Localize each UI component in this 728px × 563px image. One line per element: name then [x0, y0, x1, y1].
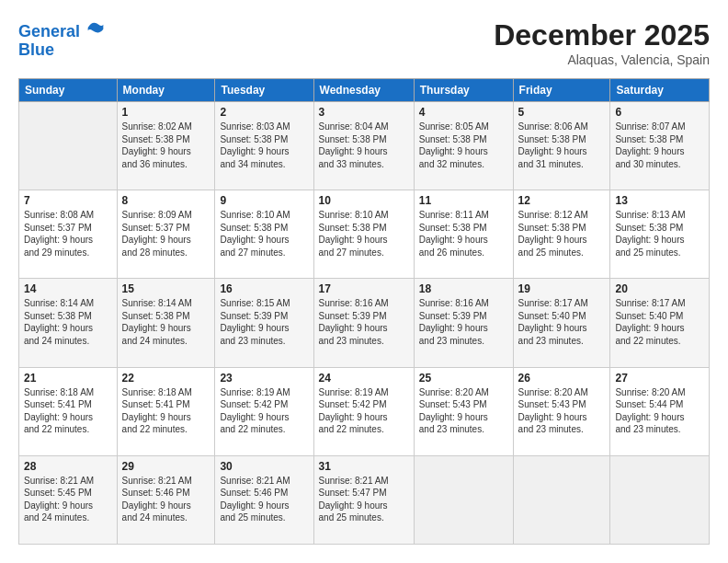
day-cell: 4Sunrise: 8:05 AM Sunset: 5:38 PM Daylig…	[414, 102, 513, 190]
day-number: 7	[24, 194, 112, 207]
day-info: Sunrise: 8:11 AM Sunset: 5:38 PM Dayligh…	[419, 209, 508, 259]
day-info: Sunrise: 8:10 AM Sunset: 5:38 PM Dayligh…	[220, 209, 308, 259]
day-cell: 1Sunrise: 8:02 AM Sunset: 5:38 PM Daylig…	[117, 102, 215, 190]
day-info: Sunrise: 8:05 AM Sunset: 5:38 PM Dayligh…	[419, 121, 508, 170]
day-number: 15	[122, 282, 210, 295]
day-cell	[19, 102, 118, 190]
day-cell: 8Sunrise: 8:09 AM Sunset: 5:37 PM Daylig…	[117, 190, 215, 279]
weekday-header-monday: Monday	[117, 79, 215, 102]
day-cell: 12Sunrise: 8:12 AM Sunset: 5:38 PM Dayli…	[513, 190, 610, 279]
day-info: Sunrise: 8:12 AM Sunset: 5:38 PM Dayligh…	[518, 209, 606, 259]
day-cell: 9Sunrise: 8:10 AM Sunset: 5:38 PM Daylig…	[215, 190, 313, 279]
day-number: 16	[220, 282, 308, 295]
location-subtitle: Alaquas, Valencia, Spain	[494, 52, 710, 67]
day-cell: 27Sunrise: 8:20 AM Sunset: 5:44 PM Dayli…	[610, 367, 710, 455]
day-number: 5	[518, 106, 606, 119]
day-cell	[414, 455, 513, 544]
day-number: 13	[615, 194, 704, 207]
day-cell: 18Sunrise: 8:16 AM Sunset: 5:39 PM Dayli…	[414, 279, 513, 367]
day-cell: 17Sunrise: 8:16 AM Sunset: 5:39 PM Dayli…	[313, 279, 414, 367]
day-number: 21	[24, 372, 112, 385]
day-number: 14	[24, 282, 112, 295]
day-info: Sunrise: 8:03 AM Sunset: 5:38 PM Dayligh…	[220, 121, 308, 170]
day-info: Sunrise: 8:21 AM Sunset: 5:46 PM Dayligh…	[220, 475, 308, 524]
weekday-header-wednesday: Wednesday	[313, 79, 414, 102]
day-number: 27	[615, 372, 704, 385]
day-cell: 11Sunrise: 8:11 AM Sunset: 5:38 PM Dayli…	[414, 190, 513, 279]
day-info: Sunrise: 8:17 AM Sunset: 5:40 PM Dayligh…	[615, 297, 704, 347]
day-cell: 3Sunrise: 8:04 AM Sunset: 5:38 PM Daylig…	[313, 102, 414, 190]
day-number: 1	[122, 106, 210, 119]
day-info: Sunrise: 8:18 AM Sunset: 5:41 PM Dayligh…	[24, 386, 112, 436]
day-info: Sunrise: 8:21 AM Sunset: 5:46 PM Dayligh…	[122, 475, 210, 524]
logo-icon	[86, 18, 105, 37]
day-info: Sunrise: 8:21 AM Sunset: 5:45 PM Dayligh…	[24, 475, 112, 524]
day-number: 11	[419, 194, 508, 207]
day-cell: 24Sunrise: 8:19 AM Sunset: 5:42 PM Dayli…	[313, 367, 414, 455]
day-number: 23	[220, 372, 308, 385]
week-row-1: 1Sunrise: 8:02 AM Sunset: 5:38 PM Daylig…	[19, 102, 710, 190]
day-info: Sunrise: 8:14 AM Sunset: 5:38 PM Dayligh…	[24, 297, 112, 347]
day-number: 9	[220, 194, 308, 207]
day-info: Sunrise: 8:15 AM Sunset: 5:39 PM Dayligh…	[220, 297, 308, 347]
day-cell: 21Sunrise: 8:18 AM Sunset: 5:41 PM Dayli…	[19, 367, 118, 455]
day-number: 26	[518, 372, 606, 385]
logo: General Blue	[18, 18, 105, 60]
day-cell	[513, 455, 610, 544]
day-info: Sunrise: 8:20 AM Sunset: 5:43 PM Dayligh…	[419, 386, 508, 436]
day-cell: 26Sunrise: 8:20 AM Sunset: 5:43 PM Dayli…	[513, 367, 610, 455]
weekday-header-saturday: Saturday	[610, 79, 710, 102]
day-cell: 25Sunrise: 8:20 AM Sunset: 5:43 PM Dayli…	[414, 367, 513, 455]
day-cell: 29Sunrise: 8:21 AM Sunset: 5:46 PM Dayli…	[117, 455, 215, 544]
main-title: December 2025	[494, 18, 710, 52]
day-info: Sunrise: 8:14 AM Sunset: 5:38 PM Dayligh…	[122, 297, 210, 347]
day-info: Sunrise: 8:19 AM Sunset: 5:42 PM Dayligh…	[319, 386, 409, 436]
day-info: Sunrise: 8:19 AM Sunset: 5:42 PM Dayligh…	[220, 386, 308, 436]
weekday-header-friday: Friday	[513, 79, 610, 102]
day-number: 10	[319, 194, 409, 207]
day-cell: 13Sunrise: 8:13 AM Sunset: 5:38 PM Dayli…	[610, 190, 710, 279]
day-cell	[610, 455, 710, 544]
day-cell: 28Sunrise: 8:21 AM Sunset: 5:45 PM Dayli…	[19, 455, 118, 544]
day-info: Sunrise: 8:07 AM Sunset: 5:38 PM Dayligh…	[615, 121, 704, 170]
day-info: Sunrise: 8:02 AM Sunset: 5:38 PM Dayligh…	[122, 121, 210, 170]
day-number: 31	[319, 460, 409, 473]
weekday-header-sunday: Sunday	[19, 79, 118, 102]
day-cell: 30Sunrise: 8:21 AM Sunset: 5:46 PM Dayli…	[215, 455, 313, 544]
day-number: 24	[319, 372, 409, 385]
day-info: Sunrise: 8:13 AM Sunset: 5:38 PM Dayligh…	[615, 209, 704, 259]
day-number: 30	[220, 460, 308, 473]
day-number: 8	[122, 194, 210, 207]
day-number: 2	[220, 106, 308, 119]
day-number: 29	[122, 460, 210, 473]
day-cell: 31Sunrise: 8:21 AM Sunset: 5:47 PM Dayli…	[313, 455, 414, 544]
day-info: Sunrise: 8:10 AM Sunset: 5:38 PM Dayligh…	[319, 209, 409, 259]
day-cell: 5Sunrise: 8:06 AM Sunset: 5:38 PM Daylig…	[513, 102, 610, 190]
logo-blue: Blue	[18, 41, 105, 60]
day-info: Sunrise: 8:20 AM Sunset: 5:43 PM Dayligh…	[518, 386, 606, 436]
weekday-header-thursday: Thursday	[414, 79, 513, 102]
day-number: 22	[122, 372, 210, 385]
day-cell: 16Sunrise: 8:15 AM Sunset: 5:39 PM Dayli…	[215, 279, 313, 367]
day-cell: 23Sunrise: 8:19 AM Sunset: 5:42 PM Dayli…	[215, 367, 313, 455]
day-cell: 20Sunrise: 8:17 AM Sunset: 5:40 PM Dayli…	[610, 279, 710, 367]
day-info: Sunrise: 8:21 AM Sunset: 5:47 PM Dayligh…	[319, 475, 409, 524]
weekday-header-row: SundayMondayTuesdayWednesdayThursdayFrid…	[19, 79, 710, 102]
header: General Blue December 2025 Alaquas, Vale…	[18, 18, 710, 67]
day-info: Sunrise: 8:20 AM Sunset: 5:44 PM Dayligh…	[615, 386, 704, 436]
week-row-3: 14Sunrise: 8:14 AM Sunset: 5:38 PM Dayli…	[19, 279, 710, 367]
day-cell: 7Sunrise: 8:08 AM Sunset: 5:37 PM Daylig…	[19, 190, 118, 279]
day-number: 25	[419, 372, 508, 385]
calendar-table: SundayMondayTuesdayWednesdayThursdayFrid…	[18, 78, 710, 545]
week-row-5: 28Sunrise: 8:21 AM Sunset: 5:45 PM Dayli…	[19, 455, 710, 544]
logo-general: General	[18, 22, 80, 40]
day-number: 18	[419, 282, 508, 295]
day-number: 12	[518, 194, 606, 207]
week-row-4: 21Sunrise: 8:18 AM Sunset: 5:41 PM Dayli…	[19, 367, 710, 455]
day-cell: 14Sunrise: 8:14 AM Sunset: 5:38 PM Dayli…	[19, 279, 118, 367]
week-row-2: 7Sunrise: 8:08 AM Sunset: 5:37 PM Daylig…	[19, 190, 710, 279]
day-info: Sunrise: 8:18 AM Sunset: 5:41 PM Dayligh…	[122, 386, 210, 436]
day-info: Sunrise: 8:16 AM Sunset: 5:39 PM Dayligh…	[319, 297, 409, 347]
day-number: 4	[419, 106, 508, 119]
day-cell: 6Sunrise: 8:07 AM Sunset: 5:38 PM Daylig…	[610, 102, 710, 190]
